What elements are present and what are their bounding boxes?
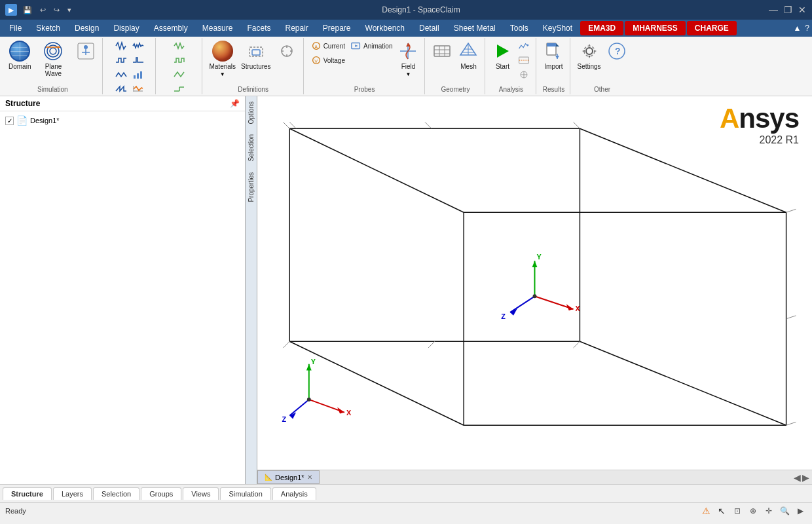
signal-btn-8[interactable]: [130, 83, 146, 96]
structure-panel: Structure 📌 ✓ 📄 Design1*: [0, 96, 246, 484]
zoomin-status-icon[interactable]: 🔍: [778, 504, 791, 517]
more-status-icon[interactable]: ▶: [794, 504, 807, 517]
mesh-button[interactable]: Mesh: [456, 39, 481, 71]
menu-prepare[interactable]: Prepare: [316, 22, 358, 34]
voltage-button[interactable]: V Voltage: [308, 54, 347, 67]
options-tab[interactable]: Options: [246, 96, 256, 129]
svg-text:X: X: [346, 409, 352, 417]
selection-tab[interactable]: Selection: [246, 129, 256, 166]
materials-button[interactable]: Materials ▼: [207, 39, 238, 79]
ribbon-group-excitation: Excitation: [103, 38, 156, 94]
current-button[interactable]: A Current: [308, 39, 347, 52]
qs-redo[interactable]: ↪: [52, 6, 62, 14]
analysis-group-label: Analysis: [499, 86, 523, 94]
tab-views[interactable]: Views: [183, 487, 219, 500]
menu-tools[interactable]: Tools: [504, 22, 535, 34]
help-ribbon-button[interactable]: ?: [604, 39, 629, 64]
start-icon: [492, 41, 513, 62]
menu-repair[interactable]: Repair: [278, 22, 314, 34]
close-button[interactable]: ✕: [798, 5, 807, 14]
svg-rect-9: [134, 75, 136, 79]
import-button[interactable]: Import: [541, 39, 566, 71]
viewport-nav-next[interactable]: ▶: [802, 472, 809, 483]
design1-checkbox[interactable]: ✓: [5, 117, 14, 125]
domain-button[interactable]: Domain: [7, 39, 33, 71]
tab-analysis[interactable]: Analysis: [272, 487, 316, 500]
minimize-button[interactable]: —: [769, 5, 778, 14]
ribbon-content: Domain Plane Wave: [0, 37, 812, 96]
properties-tab[interactable]: Properties: [246, 167, 256, 208]
qs-more[interactable]: ▾: [65, 6, 73, 14]
qs-save[interactable]: 💾: [21, 6, 34, 14]
design1-tab[interactable]: 📐 Design1* ✕: [257, 470, 320, 484]
field-button[interactable]: Field ▼: [396, 39, 420, 79]
geometry-group-label: Geometry: [441, 86, 470, 94]
sig1-btn[interactable]: [172, 39, 187, 52]
structure-header: Structure 📌: [0, 96, 245, 111]
ribbon-collapse-btn[interactable]: ▲: [793, 24, 801, 33]
sig2-btn[interactable]: [172, 54, 187, 67]
restore-button[interactable]: ❐: [783, 5, 792, 14]
select-status-icon[interactable]: ⊡: [731, 504, 744, 517]
signal-btn-1[interactable]: [113, 39, 129, 52]
menu-mharness[interactable]: MHARNESS: [625, 21, 686, 35]
signal-btn-6[interactable]: [130, 54, 146, 67]
ana1-button[interactable]: [516, 39, 532, 52]
zoom-status-icon[interactable]: ⊕: [747, 504, 760, 517]
geo1-button[interactable]: [430, 39, 454, 64]
ansys-logo: Ansys 2022 R1: [720, 103, 799, 146]
help-btn[interactable]: ?: [805, 24, 809, 33]
tab-selection[interactable]: Selection: [93, 487, 139, 500]
tab-layers[interactable]: Layers: [53, 487, 92, 500]
menu-design[interactable]: Design: [68, 22, 105, 34]
ribbon-group-simulation: Domain Plane Wave: [3, 38, 103, 94]
signal-btn-5[interactable]: [130, 39, 146, 52]
current-icon: A: [310, 40, 322, 52]
signal-btn-3[interactable]: [113, 68, 129, 81]
probes-group-label: Probes: [354, 86, 375, 94]
materials-label: Materials: [209, 63, 236, 70]
menu-assembly[interactable]: Assembly: [147, 22, 194, 34]
title-bar-left: ▶ 💾 ↩ ↪ ▾: [5, 4, 73, 16]
tab-simulation[interactable]: Simulation: [220, 487, 270, 500]
menu-display[interactable]: Display: [107, 22, 145, 34]
ansys-version: 2022 R1: [720, 134, 799, 146]
tab-groups[interactable]: Groups: [141, 487, 181, 500]
menu-file[interactable]: File: [3, 22, 28, 34]
menu-detail[interactable]: Detail: [413, 22, 446, 34]
viewport-nav-prev[interactable]: ◀: [794, 472, 801, 483]
animation-button[interactable]: Animation: [348, 39, 394, 52]
warning-status-icon[interactable]: ⚠: [699, 504, 712, 517]
menu-sheetmetal[interactable]: Sheet Metal: [447, 22, 502, 34]
structures-button[interactable]: Structures: [239, 39, 273, 71]
tab-close-btn[interactable]: ✕: [307, 474, 312, 481]
menu-keyshot[interactable]: KeyShot: [536, 22, 579, 34]
menu-facets[interactable]: Facets: [240, 22, 277, 34]
qs-undo[interactable]: ↩: [38, 6, 48, 14]
menu-measure[interactable]: Measure: [196, 22, 240, 34]
menu-charge[interactable]: CHARGE: [687, 21, 737, 35]
def-extra-button[interactable]: [274, 39, 299, 64]
settings-button[interactable]: Settings: [575, 39, 602, 71]
other-group-label: Other: [594, 86, 610, 94]
signal-btn-7[interactable]: [130, 68, 146, 81]
ana2-button[interactable]: [516, 54, 532, 67]
sig3-btn[interactable]: [172, 68, 187, 81]
structure-item-design1[interactable]: ✓ 📄 Design1*: [3, 114, 242, 127]
plane-wave-button[interactable]: Plane Wave: [34, 39, 72, 79]
menu-ema3d[interactable]: EMA3D: [580, 21, 623, 35]
pan-status-icon[interactable]: ✛: [762, 504, 775, 517]
signal-btn-2[interactable]: [113, 54, 129, 67]
sig4-btn[interactable]: [172, 83, 187, 96]
sim-extra-button[interactable]: [73, 39, 98, 64]
ana3-button[interactable]: [516, 68, 532, 81]
globe-icon: [9, 41, 30, 62]
menu-sketch[interactable]: Sketch: [29, 22, 67, 34]
menu-workbench[interactable]: Workbench: [359, 22, 411, 34]
signal-btn-4[interactable]: [113, 83, 129, 96]
tab-structure[interactable]: Structure: [3, 487, 52, 500]
svg-point-2: [50, 48, 56, 54]
app-title: Design1 - SpaceClaim: [73, 5, 769, 14]
start-button[interactable]: Start: [490, 39, 515, 71]
ribbon-group-results: Import Results: [537, 38, 570, 94]
